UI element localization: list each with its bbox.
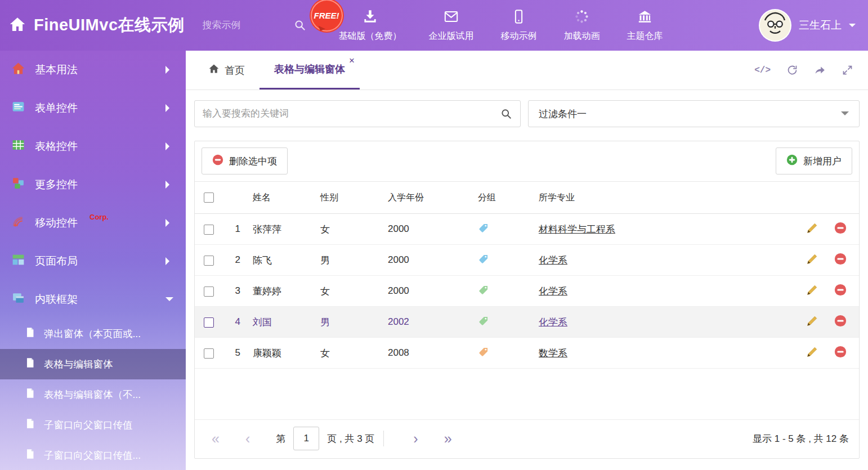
- nav-item-loading-animations[interactable]: 加载动画: [564, 9, 600, 42]
- cell-year: 2000: [383, 276, 473, 307]
- nav-item-label: 企业版试用: [429, 30, 474, 42]
- select-all-checkbox[interactable]: [204, 193, 214, 203]
- avatar: [759, 9, 791, 42]
- form-icon: [11, 100, 25, 117]
- delete-icon[interactable]: [834, 315, 847, 327]
- prev-page-icon[interactable]: ‹: [245, 432, 250, 446]
- nav-item-basic-edition[interactable]: FREE! 基础版（免费）: [339, 9, 402, 42]
- search-icon[interactable]: [500, 108, 512, 120]
- chevron-right-icon: [165, 66, 173, 74]
- main-area: 首页 表格与编辑窗体 × </>: [186, 51, 868, 470]
- row-checkbox[interactable]: [204, 287, 214, 297]
- tab-home[interactable]: 首页: [194, 51, 259, 89]
- major-link[interactable]: 材料科学与工程系: [539, 224, 615, 235]
- sidebar-item-label: 表单控件: [35, 101, 78, 115]
- row-checkbox[interactable]: [204, 256, 214, 266]
- edit-icon[interactable]: [806, 253, 818, 265]
- edit-icon[interactable]: [806, 346, 818, 358]
- tag-icon: [478, 222, 489, 234]
- page-prefix-label: 第: [276, 432, 285, 445]
- page-number-input[interactable]: [293, 427, 319, 450]
- nav-item-theme-store[interactable]: 主题仓库: [627, 9, 663, 42]
- delete-icon[interactable]: [834, 253, 847, 265]
- col-index: [223, 182, 248, 214]
- table-row-selected[interactable]: 4 刘国 男 2002 化学系: [195, 307, 859, 338]
- table-row[interactable]: 5 康颖颖 女 2008 数学系: [195, 338, 859, 369]
- col-year: 入学年份: [383, 182, 473, 214]
- delete-icon[interactable]: [834, 222, 847, 234]
- sidebar-subitem-grid-edit-window-alt[interactable]: 表格与编辑窗体（不...: [0, 379, 186, 410]
- keyword-input[interactable]: [203, 108, 500, 119]
- file-icon: [25, 449, 35, 462]
- cell-name: 刘国: [248, 307, 316, 338]
- home-icon: [208, 63, 220, 77]
- row-index: 1: [223, 214, 248, 245]
- row-index: 2: [223, 245, 248, 276]
- sidebar-item-label: 内联框架: [35, 292, 78, 307]
- nav-item-label: 主题仓库: [627, 30, 663, 42]
- sidebar-item-page-layout[interactable]: 页面布局: [0, 242, 186, 280]
- cell-name: 陈飞: [248, 245, 316, 276]
- tab-label: 表格与编辑窗体: [274, 62, 345, 76]
- tab-grid-edit-window[interactable]: 表格与编辑窗体 ×: [259, 51, 360, 89]
- table-row[interactable]: 1 张萍萍 女 2000 材料科学与工程系: [195, 214, 859, 245]
- sidebar-item-label: 更多控件: [35, 177, 78, 192]
- sidebar-subitem-child-to-parent-alt[interactable]: 子窗口向父窗口传值...: [0, 440, 186, 470]
- table-row[interactable]: 2 陈飞 男 2000 化学系: [195, 245, 859, 276]
- table-row[interactable]: 3 董婷婷 女 2000 化学系: [195, 276, 859, 307]
- refresh-icon[interactable]: [786, 64, 798, 76]
- delete-selected-button[interactable]: 删除选中项: [202, 147, 288, 174]
- chevron-right-icon: [165, 181, 173, 189]
- grid-panel: 删除选中项 新增用户: [194, 141, 860, 459]
- sidebar-subitem-grid-edit-window[interactable]: 表格与编辑窗体: [0, 349, 186, 379]
- user-menu[interactable]: 三生石上: [759, 9, 856, 42]
- edit-icon[interactable]: [806, 222, 818, 234]
- chevron-right-icon: [165, 104, 173, 112]
- row-checkbox[interactable]: [204, 348, 214, 359]
- source-code-icon[interactable]: </>: [754, 65, 771, 75]
- major-link[interactable]: 化学系: [539, 255, 567, 266]
- last-page-icon[interactable]: »: [444, 432, 452, 446]
- major-link[interactable]: 化学系: [539, 286, 567, 297]
- mobile-icon: [511, 9, 526, 26]
- nav-item-mobile-demo[interactable]: 移动示例: [501, 9, 537, 42]
- add-user-button[interactable]: 新增用户: [776, 147, 852, 174]
- search-icon[interactable]: [294, 19, 306, 32]
- delete-icon[interactable]: [834, 346, 847, 358]
- next-page-icon[interactable]: ›: [413, 432, 418, 446]
- cell-gender: 男: [316, 307, 383, 338]
- row-checkbox[interactable]: [204, 225, 214, 235]
- open-new-window-icon[interactable]: [814, 64, 826, 76]
- edit-icon[interactable]: [806, 284, 818, 296]
- app-title: FineUIMvc在线示例: [34, 14, 185, 37]
- sidebar-subitem-popup-window[interactable]: 弹出窗体（本页面或...: [0, 319, 186, 349]
- cell-name: 张萍萍: [248, 214, 316, 245]
- header-search-input[interactable]: [203, 20, 287, 31]
- filter-row: 过滤条件一: [194, 100, 860, 127]
- file-icon: [25, 418, 35, 432]
- fullscreen-icon[interactable]: [842, 64, 853, 76]
- sidebar-item-grid-controls[interactable]: 表格控件: [0, 127, 186, 165]
- filter-dropdown[interactable]: 过滤条件一: [528, 100, 860, 127]
- tag-icon: [478, 253, 489, 265]
- sidebar-item-more-controls[interactable]: 更多控件: [0, 165, 186, 204]
- close-icon[interactable]: ×: [349, 56, 355, 65]
- sidebar-subitem-label: 子窗口向父窗口传值...: [44, 449, 141, 462]
- sidebar-subitem-label: 表格与编辑窗体（不...: [44, 388, 141, 401]
- download-icon: [363, 9, 378, 26]
- major-link[interactable]: 化学系: [539, 317, 567, 328]
- delete-icon[interactable]: [834, 284, 847, 296]
- first-page-icon[interactable]: «: [212, 432, 220, 446]
- brand: FineUIMvc在线示例: [9, 14, 185, 37]
- filter-dropdown-value: 过滤条件一: [539, 108, 587, 120]
- edit-icon[interactable]: [806, 315, 818, 327]
- major-link[interactable]: 数学系: [539, 348, 567, 359]
- sidebar-item-label: 移动控件: [35, 216, 78, 230]
- nav-item-enterprise-trial[interactable]: 企业版试用: [429, 9, 474, 42]
- sidebar-item-mobile-controls[interactable]: 移动控件 Corp.: [0, 204, 186, 242]
- sidebar-subitem-child-to-parent[interactable]: 子窗口向父窗口传值: [0, 410, 186, 440]
- sidebar-item-iframe[interactable]: 内联框架: [0, 280, 186, 319]
- row-checkbox[interactable]: [204, 317, 214, 328]
- sidebar-item-basic-usage[interactable]: 基本用法: [0, 51, 186, 89]
- sidebar-item-form-controls[interactable]: 表单控件: [0, 89, 186, 127]
